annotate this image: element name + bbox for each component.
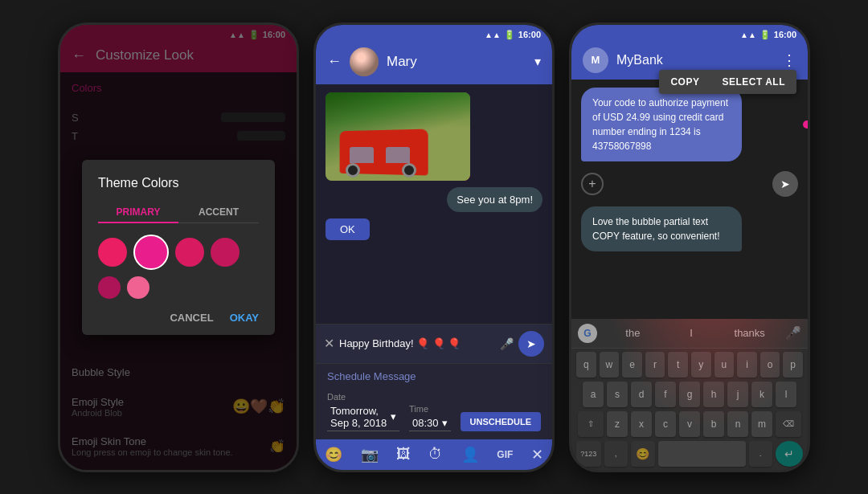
swatch-5[interactable] [98,276,121,299]
suggest-the[interactable]: the [604,325,662,341]
tab-primary[interactable]: PRIMARY [98,202,178,223]
copy-feature-bubble[interactable]: Love the bubble partial text COPY featur… [581,206,742,251]
key-shift[interactable]: ⇧ [578,411,604,437]
key-m[interactable]: m [751,411,772,437]
key-s[interactable]: s [607,382,628,407]
select-all-button[interactable]: SELECT ALL [710,70,796,94]
key-enter[interactable]: ↵ [776,441,803,467]
key-b[interactable]: b [703,411,724,437]
key-x[interactable]: x [631,411,652,437]
send-button-2[interactable]: ➤ [518,331,544,357]
status-bar-2: ▲▲ 🔋 16:00 [473,25,552,42]
date-field: Date Tomorrow, Sep 8, 2018 ▾ [327,392,399,431]
swatch-3[interactable] [175,238,204,267]
bank-message-container: Your code to authorize payment of USD 24… [581,88,798,161]
back-button-2[interactable]: ← [327,53,342,70]
signal-icon-3: ▲▲ [740,31,756,39]
message-bubble-see-you: See you at 8pm! [447,187,542,212]
ok-button-bubble[interactable]: OK [326,218,370,240]
suggest-thanks[interactable]: thanks [720,325,779,341]
key-v[interactable]: v [679,411,700,437]
key-emoji[interactable]: 😊 [631,441,656,467]
dropdown-icon-time: ▾ [442,417,448,429]
dropdown-icon: ▾ [391,410,396,423]
key-e[interactable]: e [622,352,642,378]
emoji-toolbar-icon[interactable]: 😊 [325,446,342,463]
swatch-1[interactable] [98,238,127,267]
key-l[interactable]: l [776,382,796,407]
clock-toolbar-icon[interactable]: ⏱ [428,446,443,463]
key-comma[interactable]: , [604,441,628,467]
key-numbers[interactable]: ?123 [576,441,601,467]
key-k[interactable]: k [751,382,772,407]
key-z[interactable]: z [607,411,628,437]
gif-toolbar-icon[interactable]: GIF [497,449,513,460]
key-backspace[interactable]: ⌫ [776,411,801,437]
key-i[interactable]: i [737,352,757,378]
suggestions-bar: G the I thanks 🎤 [571,319,808,349]
close-compose-icon[interactable]: ✕ [324,336,334,351]
okay-button[interactable]: OKAY [230,312,259,324]
battery-icon-2: 🔋 [504,30,515,40]
theme-colors-dialog: Theme Colors PRIMARY ACCENT CANCEL OKAY [82,160,275,335]
keyboard: G the I thanks 🎤 q w e r t y u i o [571,319,808,470]
close-toolbar-icon[interactable]: ✕ [531,446,543,463]
key-r[interactable]: r [645,352,665,378]
key-p[interactable]: p [783,352,803,378]
time-value[interactable]: 08:30 ▾ [409,415,451,431]
compose-bar: ✕ Happy Birthday! 🎈 🎈 🎈 🎤 ➤ [316,324,552,363]
key-a[interactable]: a [583,382,604,407]
key-n[interactable]: n [727,411,748,437]
more-options-icon[interactable]: ⋮ [782,51,796,69]
key-y[interactable]: y [691,352,711,378]
gallery-toolbar-icon[interactable]: 🖼 [396,446,411,463]
swatch-2[interactable] [133,235,169,270]
selection-indicator [803,120,810,129]
key-g[interactable]: g [679,382,700,407]
time-field: Time 08:30 ▾ [409,404,451,431]
key-t[interactable]: t [668,352,688,378]
schedule-message-link[interactable]: Schedule Message [327,370,541,382]
schedule-section: Schedule Message Date Tomorrow, Sep 8, 2… [316,363,552,439]
context-menu: COPY SELECT ALL [659,70,796,94]
key-w[interactable]: w [600,352,620,378]
dialog-title: Theme Colors [98,176,259,190]
color-swatches [98,235,259,299]
camera-toolbar-icon[interactable]: 📷 [361,446,379,463]
key-row-3: ⇧ z x c v b n m ⌫ [576,411,803,437]
key-period[interactable]: . [749,441,772,467]
key-d[interactable]: d [631,382,652,407]
key-space[interactable] [658,441,745,467]
add-icon[interactable]: + [581,173,604,195]
suggest-i[interactable]: I [662,325,721,341]
key-u[interactable]: u [714,352,735,378]
key-q[interactable]: q [576,352,596,378]
compose-row-3: + ➤ [581,168,798,200]
chevron-down-icon[interactable]: ▾ [534,54,541,69]
cancel-button[interactable]: CANCEL [170,312,213,324]
key-j[interactable]: j [727,382,748,407]
swatch-6[interactable] [127,276,149,299]
send-button-3[interactable]: ➤ [772,171,798,197]
dialog-tabs: PRIMARY ACCENT [98,202,259,223]
bank-message-bubble[interactable]: Your code to authorize payment of USD 24… [581,88,742,161]
date-value[interactable]: Tomorrow, Sep 8, 2018 ▾ [327,403,399,431]
dialog-overlay: Theme Colors PRIMARY ACCENT CANCEL OKAY [60,25,297,470]
microphone-icon[interactable]: 🎤 [785,325,801,341]
swatch-4[interactable] [211,238,240,267]
unschedule-button[interactable]: UNSCHEDULE [461,412,541,431]
copy-button[interactable]: COPY [659,70,710,94]
time-display-3: 16:00 [774,30,796,39]
message-image [326,92,470,181]
tab-accent[interactable]: ACCENT [178,202,259,223]
key-o[interactable]: o [760,352,780,378]
compose-text[interactable]: Happy Birthday! 🎈 🎈 🎈 [339,337,495,349]
key-f[interactable]: f [655,382,676,407]
key-c[interactable]: c [655,411,676,437]
message-toolbar: 😊 📷 🖼 ⏱ 👤 GIF ✕ [316,439,552,470]
message-list-2: See you at 8pm! OK [316,84,552,324]
key-row-1: q w e r t y u i o p [576,352,803,378]
key-h[interactable]: h [703,382,724,407]
phone2: ▲▲ 🔋 16:00 ← M Mary ▾ See [313,22,555,472]
contact-toolbar-icon[interactable]: 👤 [461,446,479,463]
